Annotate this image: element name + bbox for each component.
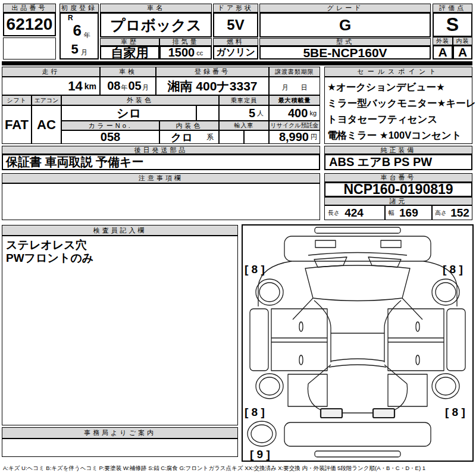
sales-point-box: ★オークションデビュー★ ミラー型バックモニター★キーレス トヨタセーフティセン… — [324, 77, 472, 144]
import-value-left — [219, 130, 244, 144]
rear-left-section-label: [ 8 ] — [245, 406, 265, 418]
front-grille-left — [315, 240, 336, 248]
car-top-view-diagram: [ 8 ] [ 8 ] [ 8 ] [ 8 ] [ 9 ] — [243, 226, 472, 461]
spec-height-cell: 高さ 152 — [432, 205, 472, 220]
later-parts-header: 後日発送部品 — [2, 146, 320, 154]
length-value: 424 — [345, 206, 364, 220]
transfer-deadline-header: 譲渡書類期限 — [269, 67, 320, 77]
import-value-right — [244, 130, 269, 144]
model-code-value: 5BE-NCP160V — [259, 46, 431, 60]
section-divider-bar — [2, 61, 472, 65]
shift-header: シフト — [2, 95, 32, 105]
spare-section-label: [ 9 ] — [250, 448, 270, 461]
door-handle-front-left — [299, 322, 303, 331]
inspection-value: 08 年 05 月 — [100, 77, 156, 95]
capacity-value: 5 人 — [219, 105, 269, 121]
capacity-header: 乗車定員 — [219, 95, 269, 105]
oem-equipment-header: 純正装備 — [324, 146, 472, 154]
lot-number-header: 出品番号 — [3, 4, 56, 12]
registration-number-value: 湘南 400ナ3337 — [156, 77, 269, 95]
front-right-rim — [436, 283, 456, 302]
max-load-unit: kg — [309, 109, 317, 117]
front-grille-right — [381, 240, 401, 248]
registration-number-header: 登録番号 — [156, 67, 269, 77]
max-load-value: 400 kg — [269, 105, 320, 121]
sales-point-line: トヨタセーフティセンス — [327, 111, 471, 127]
width-label: 幅 — [389, 209, 394, 217]
aircon-value: AC — [32, 105, 61, 144]
inspector-notes-header: 検査員記入欄 — [2, 225, 238, 236]
office-info-header: 事務局よりご案内 — [2, 427, 238, 439]
length-label: 長さ — [328, 209, 340, 217]
rear-right-section-label: [ 8 ] — [445, 406, 465, 418]
exterior-score-value: A — [433, 45, 453, 60]
sales-point-line: 電格ミラー ★100Vコンセント — [327, 127, 471, 143]
door-handle-front-right — [416, 322, 419, 331]
score-value: S — [433, 12, 472, 37]
color-no-value: 058 — [61, 130, 159, 144]
transfer-day-label: 日 — [301, 83, 308, 92]
auction-sheet: { "header": { "lot_label": "出品番号", "lot_… — [0, 0, 476, 476]
mileage-header: 走行 — [2, 67, 100, 77]
damage-diagram-panel: [ 8 ] [ 8 ] [ 8 ] [ 8 ] [ 9 ] — [242, 224, 474, 462]
first-registration-value: R 6 年 5 月 — [60, 12, 99, 60]
cabin-side-right — [384, 300, 401, 362]
displacement-number: 1500 — [168, 46, 195, 60]
year-suffix: 年 — [84, 31, 90, 40]
front-edge-strip — [315, 227, 400, 233]
height-value: 152 — [450, 206, 469, 220]
inspector-notes-box: ステレオレス穴 PWフロントのみ — [2, 236, 238, 425]
color-no-header: カラーNo. — [61, 121, 159, 130]
rear-edge-strip — [315, 451, 400, 457]
door-handle-rear-left — [299, 355, 303, 365]
recycle-value: 8,990 円 — [269, 130, 320, 144]
capacity-unit: 人 — [257, 109, 264, 118]
lot-number-empty-box — [3, 37, 56, 60]
interior-color-suffix: 系 — [206, 132, 214, 142]
oem-equipment-value: ABS エアB PS PW — [324, 154, 472, 170]
exterior-color-sub-empty — [196, 105, 219, 121]
inspection-header: 車検 — [100, 67, 156, 77]
legend-text: A:キズ U:ヘコミ B:キズを伴うヘコミ P:要塗装 W:補修跡 S:錆 C:… — [3, 465, 474, 474]
first-reg-month: 5 — [71, 42, 78, 57]
car-name-header: 車名 — [100, 4, 212, 12]
rear-window-bottom — [329, 365, 386, 367]
exterior-score-header: 外装 — [433, 37, 453, 45]
inspection-year: 08 — [107, 79, 120, 93]
car-name-value: プロボックス — [100, 12, 212, 37]
rear-bumper — [284, 422, 431, 446]
car-history-header: 車歴 — [100, 38, 159, 46]
later-parts-value: 保証書 車両取説 予備キー — [2, 154, 320, 170]
first-reg-year: 6 — [73, 21, 82, 40]
inspection-month: 05 — [129, 79, 142, 93]
width-value: 169 — [399, 206, 418, 220]
spec-width-cell: 幅 169 — [385, 205, 432, 220]
era-code: R — [68, 14, 73, 22]
displacement-unit: cc — [196, 49, 203, 57]
door-shape-value: 5V — [213, 12, 258, 37]
displacement-header: 排気量 — [159, 38, 212, 46]
aircon-header: エアコン — [32, 95, 61, 105]
max-load-number: 400 — [288, 107, 308, 120]
interior-score-header: 内装 — [453, 37, 472, 45]
interior-color-header: 内装色 — [159, 121, 219, 130]
sill-panel-left — [250, 309, 268, 371]
inspector-note-line: ステレオレス穴 — [6, 239, 87, 252]
import-header: 輸入車 — [219, 121, 269, 130]
exterior-color-value: シロ — [61, 105, 196, 121]
displacement-value: 1500 cc — [159, 46, 212, 60]
fuel-header: 燃料 — [213, 38, 258, 46]
transfer-deadline-value: 月 日 — [269, 77, 320, 95]
inspection-month-suffix: 月 — [142, 83, 149, 92]
mileage-number: 14 — [68, 79, 82, 94]
mileage-value: 14 km — [2, 77, 100, 95]
capacity-number: 5 — [249, 107, 255, 120]
front-bumper — [284, 236, 431, 261]
rear-right-rim — [436, 377, 456, 395]
inspection-year-suffix: 年 — [121, 83, 128, 92]
front-left-section-label: [ 8 ] — [245, 263, 265, 275]
notes-header: 注意事項欄 — [2, 173, 320, 183]
exterior-color-header: 外装色 — [61, 95, 219, 105]
mileage-unit: km — [84, 82, 96, 91]
first-registration-header: 初度登録 — [60, 4, 99, 12]
